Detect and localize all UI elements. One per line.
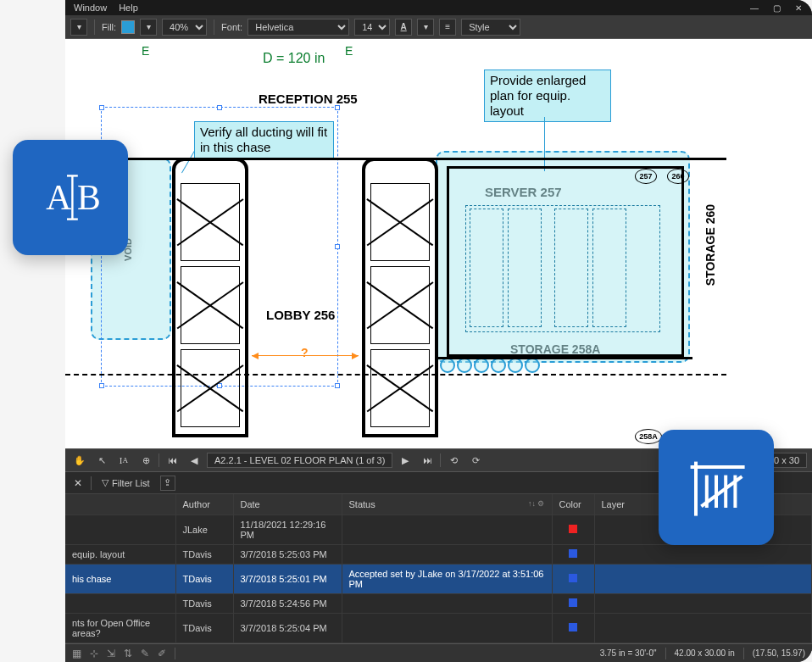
sort-icon[interactable]: ↑↓ ⚙ <box>528 499 545 508</box>
markup-mode-icon[interactable]: ✐ <box>158 648 166 659</box>
badge-count-tool <box>659 430 774 545</box>
dim-fragment: E <box>142 44 149 58</box>
cell-subject <box>65 594 175 614</box>
server-rack <box>592 209 626 327</box>
sync-icon[interactable]: ⇅ <box>124 648 132 659</box>
cell-subject: equip. layout <box>65 545 175 565</box>
cell-date: 3/7/2018 5:24:56 PM <box>233 594 342 614</box>
fill-label: Fill: <box>102 22 116 32</box>
next-page-button[interactable]: ▶ <box>396 452 414 469</box>
cell-color <box>552 614 594 643</box>
snap-icon[interactable]: ⊹ <box>90 648 98 659</box>
badge-text-tool: A B <box>13 140 128 255</box>
cell-author: TDavis <box>175 545 233 565</box>
zoom-tool[interactable]: ⊕ <box>136 452 155 469</box>
text-cursor-icon: A B <box>36 164 104 231</box>
font-color-button[interactable]: A <box>395 19 412 36</box>
style-select[interactable]: Style <box>461 19 520 36</box>
cell-author: JLake <box>175 515 233 545</box>
status-cursor-pos: (17.50, 15.97) <box>753 648 805 658</box>
pan-tool[interactable]: ✋ <box>70 452 89 469</box>
rotate-cw-button[interactable]: ⟳ <box>466 452 485 469</box>
sheet-title[interactable]: A2.2.1 - LEVEL 02 FLOOR PLAN (1 of 3) <box>207 453 392 468</box>
table-row[interactable]: his chase TDavis 3/7/2018 5:25:01 PM Acc… <box>65 565 812 594</box>
col-date[interactable]: Date <box>233 494 342 515</box>
cell-status: Accepted set by JLake on 3/17/2022 at 3:… <box>342 565 552 594</box>
svg-text:A: A <box>46 178 71 217</box>
formatting-toolbar: ▾ Fill: ▾ 40% Font: Helvetica 14 A ▾ ≡ S… <box>65 15 812 39</box>
col-color[interactable]: Color <box>552 494 594 515</box>
dim-fragment-2: E <box>345 44 353 58</box>
svg-text:B: B <box>77 178 101 217</box>
export-button[interactable]: ⇪ <box>160 476 175 491</box>
cursor-tool[interactable]: ↖ <box>92 452 111 469</box>
text-align-button[interactable]: ≡ <box>439 19 456 36</box>
col-status[interactable]: Status↑↓ ⚙ <box>342 494 552 515</box>
room-label-storage: STORAGE 260 <box>704 204 717 286</box>
cell-subject: his chase <box>65 565 175 594</box>
align-icon[interactable]: ⇲ <box>107 648 115 659</box>
grid-icon[interactable]: ▦ <box>72 648 81 659</box>
app-window: Window Help — ▢ ✕ ▾ Fill: ▾ 40% Font: He… <box>65 0 812 662</box>
rotate-ccw-button[interactable]: ⟲ <box>444 452 463 469</box>
font-family-select[interactable]: Helvetica <box>247 19 349 36</box>
cell-status <box>342 594 552 614</box>
prev-page-button[interactable]: ◀ <box>185 452 203 469</box>
cell-status <box>342 614 552 643</box>
cell-subject: nts for Open Office areas? <box>65 614 175 643</box>
duct-box <box>181 266 240 344</box>
drawing-canvas[interactable]: D = 120 in E E RECEPTION 255 LOBBY 256 S… <box>65 39 812 448</box>
font-color-dropdown[interactable]: ▾ <box>417 19 434 36</box>
callout-enlarged-plan[interactable]: Provide enlarged plan for equip. layout <box>484 70 611 122</box>
cell-author: TDavis <box>175 594 233 614</box>
duct-box <box>181 183 240 261</box>
col-subject[interactable] <box>65 494 175 515</box>
cell-layer <box>594 594 812 614</box>
table-row[interactable]: equip. layout TDavis 3/7/2018 5:25:03 PM <box>65 545 812 565</box>
dropdown-toggle[interactable]: ▾ <box>70 19 87 36</box>
duct-box <box>370 349 430 427</box>
font-label: Font: <box>221 22 242 32</box>
text-select-tool[interactable]: IA <box>114 452 133 469</box>
cell-color <box>552 594 594 614</box>
duct-box <box>370 266 430 344</box>
cell-layer <box>594 545 812 565</box>
server-rack <box>470 209 503 327</box>
cell-color <box>552 515 594 545</box>
fill-color-swatch[interactable] <box>121 20 135 34</box>
last-page-button[interactable]: ⏭ <box>418 452 437 469</box>
maximize-button[interactable]: ▢ <box>771 3 781 13</box>
panel-close-button[interactable]: ✕ <box>70 476 86 491</box>
menu-window[interactable]: Window <box>74 3 107 13</box>
filter-label: Filter List <box>112 478 150 488</box>
filter-icon: ▽ <box>102 477 108 488</box>
font-size-select[interactable]: 14 <box>354 19 390 36</box>
close-button[interactable]: ✕ <box>793 3 804 13</box>
wall-line <box>438 357 692 359</box>
cell-status <box>342 515 552 545</box>
dimension-question-mark: ? <box>301 346 309 359</box>
room-label-reception: RECEPTION 255 <box>259 92 358 106</box>
cell-author: TDavis <box>175 614 233 643</box>
cell-status <box>342 545 552 565</box>
table-row[interactable]: nts for Open Office areas? TDavis 3/7/20… <box>65 614 812 643</box>
room-tag-258a: 258A <box>635 429 662 444</box>
wall-line <box>65 158 726 160</box>
cell-layer <box>594 565 812 594</box>
menu-help[interactable]: Help <box>119 3 138 13</box>
first-page-button[interactable]: ⏮ <box>163 452 181 469</box>
col-author[interactable]: Author <box>175 494 233 515</box>
cell-color <box>552 565 594 594</box>
status-scale[interactable]: 3.75 in = 30'-0" <box>600 648 657 658</box>
status-doc-size: 42.00 x 30.00 in <box>675 648 735 658</box>
opacity-select[interactable]: 40% <box>162 19 207 36</box>
filter-list-button[interactable]: ▽ Filter List <box>97 476 155 490</box>
cell-subject <box>65 515 175 545</box>
fill-dropdown[interactable]: ▾ <box>140 19 157 36</box>
edit-icon[interactable]: ✎ <box>141 648 149 659</box>
table-row[interactable]: TDavis 3/7/2018 5:24:56 PM <box>65 594 812 614</box>
cell-layer <box>594 614 812 643</box>
server-rack <box>508 209 542 327</box>
cell-author: TDavis <box>175 565 233 594</box>
minimize-button[interactable]: — <box>749 3 759 13</box>
